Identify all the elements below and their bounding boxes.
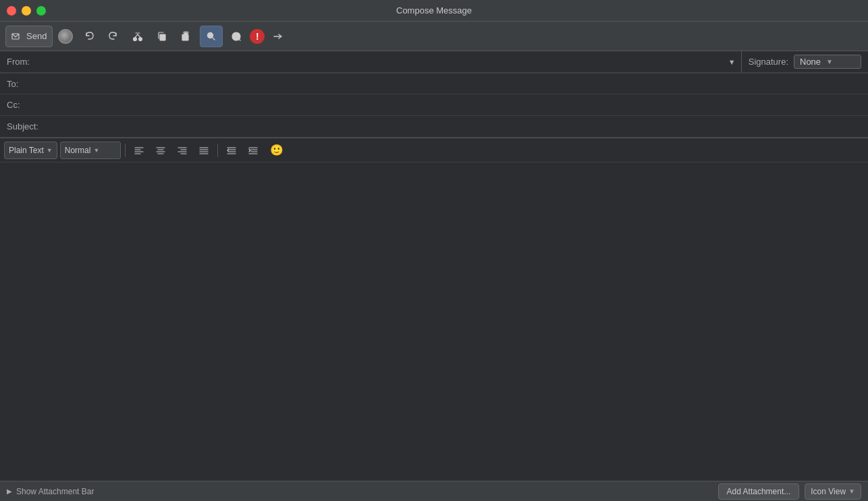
copy-button[interactable] bbox=[151, 26, 173, 47]
emoji-icon: 🙂 bbox=[270, 144, 283, 156]
from-label: From: bbox=[0, 57, 40, 67]
titlebar: Compose Message bbox=[0, 0, 868, 22]
align-left-icon bbox=[134, 146, 144, 155]
cc-label: Cc: bbox=[0, 100, 40, 110]
subject-label: Subject: bbox=[0, 121, 45, 131]
align-justify-button[interactable] bbox=[194, 142, 213, 159]
indent-more-button[interactable] bbox=[244, 142, 263, 159]
maximize-button[interactable] bbox=[36, 6, 46, 16]
svg-line-4 bbox=[138, 34, 140, 38]
signature-dropdown[interactable]: None ▼ bbox=[794, 55, 861, 69]
icon-view-label: Icon View bbox=[811, 487, 846, 496]
cc-row: Cc: bbox=[0, 94, 868, 116]
icon-view-dropdown[interactable]: Icon View ▼ bbox=[805, 483, 861, 500]
forward-button[interactable] bbox=[267, 26, 289, 47]
subject-input[interactable] bbox=[45, 116, 868, 137]
align-center-button[interactable] bbox=[151, 142, 170, 159]
align-left-button[interactable] bbox=[130, 142, 148, 159]
show-attach-arrow-icon: ▶ bbox=[7, 488, 12, 495]
priority-icon: ! bbox=[250, 29, 265, 44]
indent-less-button[interactable] bbox=[222, 142, 241, 159]
spellcheck-button[interactable]: A bbox=[225, 26, 247, 47]
svg-line-3 bbox=[135, 34, 138, 38]
align-right-icon bbox=[178, 146, 187, 155]
minimize-button[interactable] bbox=[22, 6, 31, 16]
indent-more-icon bbox=[248, 146, 258, 155]
format-type-arrow-icon: ▼ bbox=[47, 147, 53, 154]
signature-label: Signature: bbox=[749, 57, 788, 67]
align-center-icon bbox=[156, 146, 165, 155]
send-button[interactable]: Send bbox=[5, 26, 53, 47]
svg-line-11 bbox=[213, 37, 215, 40]
cut-icon bbox=[132, 31, 143, 42]
redo-icon bbox=[108, 31, 119, 42]
paste-icon bbox=[181, 31, 192, 42]
format-type-value: Plain Text bbox=[9, 146, 44, 155]
spellcheck-icon: A bbox=[231, 31, 242, 42]
align-justify-icon bbox=[199, 146, 209, 155]
format-separator-2 bbox=[217, 144, 218, 157]
to-row: To: bbox=[0, 73, 868, 94]
compose-area[interactable] bbox=[0, 163, 868, 481]
format-separator-1 bbox=[125, 144, 126, 157]
svg-point-2 bbox=[139, 37, 142, 40]
from-row: From: ▼ Signature: None ▼ bbox=[0, 51, 868, 73]
format-size-dropdown[interactable]: Normal ▼ bbox=[60, 142, 121, 159]
format-type-dropdown[interactable]: Plain Text ▼ bbox=[4, 142, 57, 159]
to-input[interactable] bbox=[40, 73, 868, 94]
format-toolbar: Plain Text ▼ Normal ▼ bbox=[0, 138, 868, 163]
main-toolbar: Send bbox=[0, 22, 868, 51]
forward-icon bbox=[273, 31, 283, 42]
signature-arrow-icon: ▼ bbox=[826, 58, 833, 65]
emoji-button[interactable]: 🙂 bbox=[265, 142, 288, 159]
svg-point-1 bbox=[134, 37, 137, 40]
window-controls bbox=[7, 6, 46, 16]
signature-value: None bbox=[800, 57, 821, 67]
svg-rect-7 bbox=[182, 34, 188, 40]
from-input[interactable] bbox=[40, 57, 723, 67]
close-button[interactable] bbox=[7, 6, 16, 16]
add-attachment-button[interactable]: Add Attachment... bbox=[718, 483, 800, 500]
svg-text:A: A bbox=[234, 34, 239, 40]
cc-input[interactable] bbox=[40, 94, 868, 115]
from-input-wrap: ▼ bbox=[40, 57, 741, 67]
window-title: Compose Message bbox=[396, 5, 472, 16]
subject-row: Subject: bbox=[0, 116, 868, 138]
format-size-arrow-icon: ▼ bbox=[93, 147, 99, 154]
icon-view-arrow-icon: ▼ bbox=[848, 488, 855, 495]
svg-rect-6 bbox=[160, 34, 165, 40]
header-fields: From: ▼ Signature: None ▼ To: Cc: Subjec… bbox=[0, 51, 868, 138]
copy-icon bbox=[157, 31, 167, 42]
from-dropdown-arrow[interactable]: ▼ bbox=[723, 58, 741, 66]
show-attachment-bar[interactable]: ▶ Show Attachment Bar bbox=[7, 487, 94, 496]
cut-button[interactable] bbox=[127, 26, 148, 47]
signature-wrap: Signature: None ▼ bbox=[741, 51, 868, 72]
redo-button[interactable] bbox=[103, 26, 124, 47]
find-button[interactable] bbox=[200, 26, 223, 47]
send-icon bbox=[11, 31, 22, 42]
undo-icon bbox=[84, 31, 94, 42]
paste-button[interactable] bbox=[175, 26, 197, 47]
send-label: Send bbox=[26, 31, 47, 41]
format-size-value: Normal bbox=[65, 146, 91, 155]
align-right-button[interactable] bbox=[173, 142, 192, 159]
search-icon bbox=[206, 31, 217, 42]
statusbar-right: Add Attachment... Icon View ▼ bbox=[718, 483, 861, 500]
undo-button[interactable] bbox=[78, 26, 100, 47]
spinner bbox=[58, 29, 73, 44]
statusbar: ▶ Show Attachment Bar Add Attachment... … bbox=[0, 481, 868, 501]
show-attach-label: Show Attachment Bar bbox=[16, 487, 94, 496]
indent-less-icon bbox=[227, 146, 236, 155]
message-body[interactable] bbox=[5, 168, 863, 475]
to-label: To: bbox=[0, 79, 40, 89]
add-attachment-label: Add Attachment... bbox=[727, 487, 791, 496]
